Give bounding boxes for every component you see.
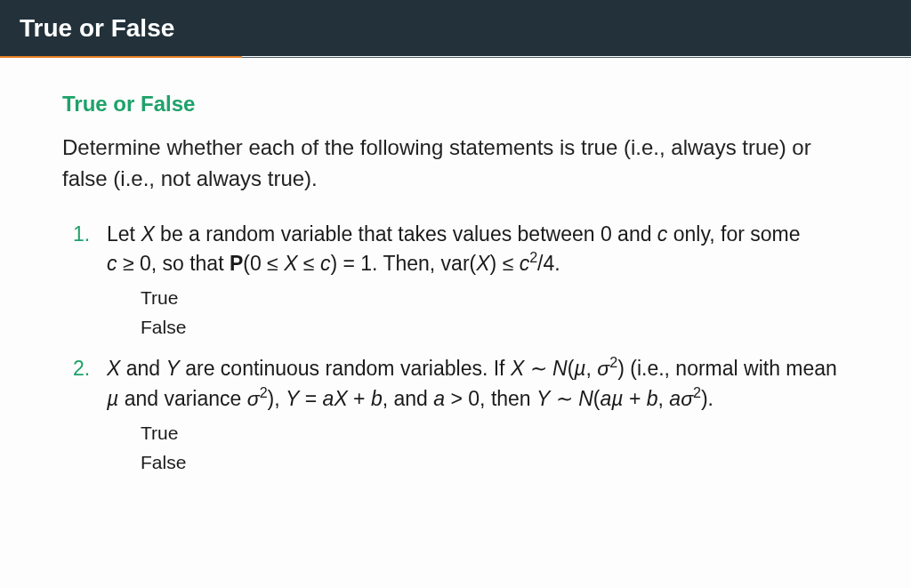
q2-answers: True False xyxy=(141,419,849,477)
title-accent xyxy=(0,56,242,58)
q2-answer-false[interactable]: False xyxy=(141,448,849,478)
section-heading: True or False xyxy=(62,92,849,117)
question-1: Let X be a random variable that takes va… xyxy=(73,220,849,342)
title-divider xyxy=(242,57,911,58)
page-title: True or False xyxy=(20,14,174,43)
q2-text: X and Y are continuous random variables.… xyxy=(107,357,837,409)
q1-text: Let X be a random variable that takes va… xyxy=(107,222,801,275)
q1-answer-true[interactable]: True xyxy=(141,284,849,313)
content-area: True or False Determine whether each of … xyxy=(0,56,911,477)
question-2: X and Y are continuous random variables.… xyxy=(73,354,849,477)
q1-answers: True False xyxy=(141,284,849,342)
title-bar: True or False xyxy=(0,0,911,56)
intro-text: Determine whether each of the following … xyxy=(62,133,849,195)
q1-answer-false[interactable]: False xyxy=(141,313,849,342)
question-list: Let X be a random variable that takes va… xyxy=(62,220,849,478)
q2-answer-true[interactable]: True xyxy=(141,419,849,448)
